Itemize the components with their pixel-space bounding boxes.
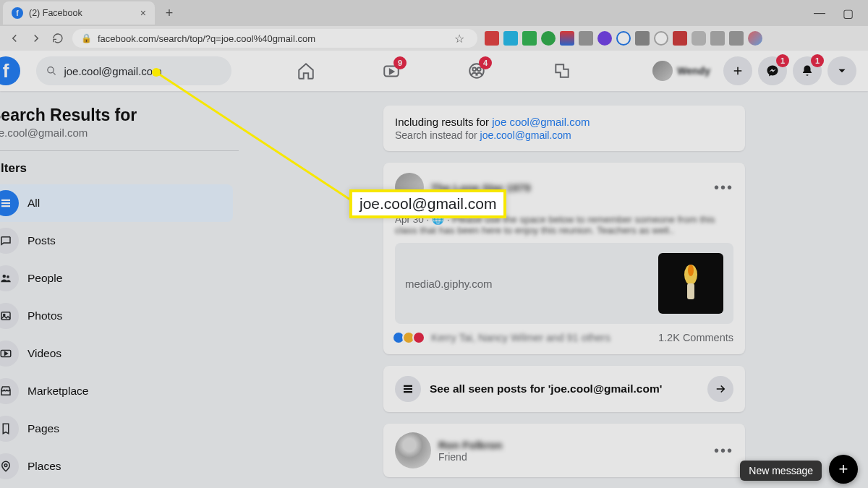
svg-rect-5 <box>1 200 10 201</box>
ext-icon[interactable] <box>729 31 744 46</box>
see-all-card[interactable]: See all seen posts for 'joe.cool@gmail.c… <box>383 366 745 412</box>
people-icon <box>0 265 19 291</box>
search-input[interactable] <box>64 65 221 77</box>
svg-rect-10 <box>1 312 10 320</box>
including-link[interactable]: joe cool@gmail.com <box>492 116 590 128</box>
groups-badge: 4 <box>479 56 492 69</box>
filter-posts[interactable]: Posts <box>0 222 233 260</box>
messenger-button[interactable]: 1 <box>758 56 787 85</box>
bookmark-star-icon[interactable]: ☆ <box>454 32 469 46</box>
including-prefix: Including results for <box>395 116 492 128</box>
filter-videos[interactable]: Videos <box>0 335 233 372</box>
ext-icon[interactable] <box>673 31 687 46</box>
ext-icon[interactable] <box>692 31 706 46</box>
arrow-right-icon <box>707 376 733 402</box>
reaction-icons[interactable] <box>395 331 425 344</box>
svg-rect-19 <box>404 391 412 393</box>
instead-prefix: Search instead for <box>395 129 480 141</box>
filter-people[interactable]: People <box>0 260 233 297</box>
maximize-icon[interactable]: ▢ <box>843 7 854 20</box>
filter-places[interactable]: Places <box>0 448 233 485</box>
link-preview[interactable]: media0.giphy.com <box>395 243 733 324</box>
ext-icon[interactable] <box>503 31 518 46</box>
svg-point-0 <box>48 67 54 73</box>
ext-icon[interactable] <box>710 31 725 46</box>
nav-home[interactable] <box>266 52 346 90</box>
svg-rect-18 <box>404 388 412 390</box>
ext-icon[interactable] <box>635 31 650 46</box>
browser-chrome: f (2) Facebook × + — ▢ 🔒 facebook.com/se… <box>0 0 868 51</box>
videos-icon <box>0 341 19 367</box>
new-message-plus[interactable]: + <box>829 455 858 484</box>
ext-icon[interactable] <box>541 31 556 46</box>
svg-point-15 <box>688 265 694 276</box>
ext-icon[interactable] <box>485 31 499 46</box>
nav-watch[interactable]: 9 <box>352 52 431 90</box>
new-message-button[interactable]: New message <box>740 461 822 481</box>
svg-rect-16 <box>687 283 694 299</box>
svg-point-4 <box>477 67 481 71</box>
messenger-icon <box>766 64 779 77</box>
extension-row <box>485 31 762 46</box>
url-field[interactable]: 🔒 facebook.com/search/top/?q=joe.cool%40… <box>72 29 477 48</box>
ext-icon[interactable] <box>654 31 668 46</box>
messenger-badge: 1 <box>776 54 789 67</box>
home-icon <box>297 61 315 80</box>
back-button[interactable] <box>7 31 22 46</box>
create-button[interactable] <box>723 56 752 85</box>
sidebar-query: joe.cool@gmail.com <box>0 127 233 139</box>
close-tab-icon[interactable]: × <box>140 7 146 19</box>
browser-tab[interactable]: f (2) Facebook × <box>3 1 155 25</box>
facebook-header: f 9 4 Wendy 1 <box>0 51 868 91</box>
post-reactions: Kerry Tai, Nancy Wilmer and 91 others 1.… <box>395 331 733 344</box>
filter-marketplace[interactable]: Marketplace <box>0 372 233 410</box>
ext-icon[interactable] <box>560 31 574 46</box>
filter-pages[interactable]: Pages <box>0 410 233 448</box>
address-bar: 🔒 facebook.com/search/top/?q=joe.cool%40… <box>0 26 868 51</box>
see-all-label: See all seen posts for 'joe.cool@gmail.c… <box>430 382 662 395</box>
ext-icon[interactable] <box>616 31 631 46</box>
facebook-favicon: f <box>12 7 23 19</box>
account-menu-button[interactable] <box>827 56 856 85</box>
filter-all[interactable]: All <box>0 184 233 222</box>
comment-count[interactable]: 1.2K Comments <box>658 332 733 343</box>
bell-icon <box>801 64 814 77</box>
notifications-button[interactable]: 1 <box>793 56 822 85</box>
filter-label: Pages <box>27 422 59 435</box>
friend-sub: Friend <box>438 451 502 463</box>
all-icon <box>0 190 19 216</box>
friend-card[interactable]: Ron Folkron Friend ••• <box>383 424 745 477</box>
link-thumbnail <box>658 253 723 314</box>
header-right: Wendy 1 1 <box>650 56 856 85</box>
places-icon <box>0 453 19 479</box>
ext-icon[interactable] <box>597 31 612 46</box>
new-tab-button[interactable]: + <box>159 3 179 23</box>
reload-button[interactable] <box>51 31 65 46</box>
nav-groups[interactable]: 4 <box>437 52 516 90</box>
minimize-icon[interactable]: — <box>814 7 825 20</box>
filter-label: Marketplace <box>27 385 88 398</box>
ext-icon[interactable] <box>522 31 537 46</box>
friend-menu-icon[interactable]: ••• <box>714 442 733 459</box>
instead-link[interactable]: joe.cool@gmail.com <box>480 129 571 141</box>
facebook-search[interactable] <box>36 56 231 85</box>
ext-icon[interactable] <box>579 31 593 46</box>
forward-button[interactable] <box>29 31 43 46</box>
post-menu-icon[interactable]: ••• <box>714 179 733 196</box>
tab-title: (2) Facebook <box>29 8 82 18</box>
center-nav: 9 4 <box>266 52 602 90</box>
profile-chip[interactable]: Wendy <box>650 58 718 84</box>
facebook-logo[interactable]: f <box>0 56 20 85</box>
friend-name: Ron Folkron <box>438 439 502 451</box>
filter-photos[interactable]: Photos <box>0 297 233 335</box>
chevron-down-icon <box>835 64 848 77</box>
nav-gaming[interactable] <box>522 52 602 90</box>
sidebar: Search Results for joe.cool@gmail.com Fi… <box>0 91 239 488</box>
filter-label: Videos <box>27 347 61 360</box>
pages-icon <box>0 416 19 442</box>
content: Including results for joe cool@gmail.com… <box>239 91 868 488</box>
filter-label: Posts <box>27 234 56 247</box>
ext-icon[interactable] <box>748 31 762 46</box>
profile-name: Wendy <box>677 65 710 77</box>
marketplace-icon <box>0 378 19 404</box>
